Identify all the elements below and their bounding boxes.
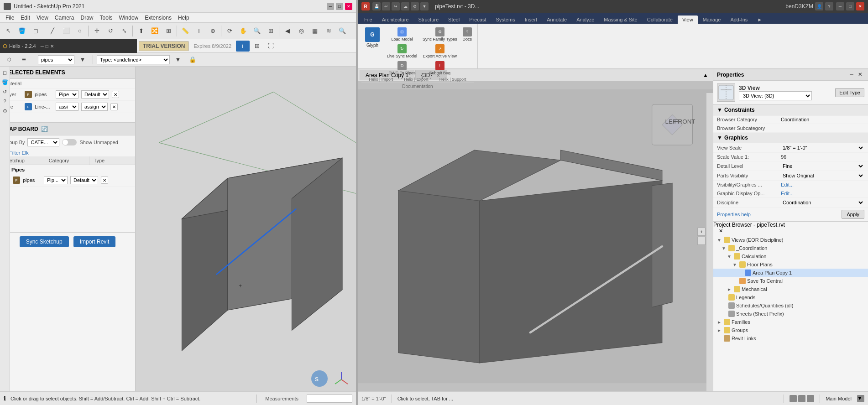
tb-text[interactable]: T <box>193 25 205 37</box>
side-paint[interactable]: 🪣 <box>1 78 9 86</box>
layer-btn[interactable]: ▼ <box>76 53 89 66</box>
helix-info-btn[interactable]: i <box>236 41 250 52</box>
parts-visibility-val[interactable]: Show Original <box>777 171 868 180</box>
layer-select[interactable]: pipes <box>38 55 74 64</box>
rv-tab-architecture[interactable]: Architecture <box>377 16 413 24</box>
browser-subcategory-input[interactable] <box>781 125 864 131</box>
filter-label[interactable]: Filter Elk <box>9 150 29 156</box>
rv-btn-live-sync[interactable]: ↻ Live Sync Model <box>385 43 419 59</box>
type-bar-helix[interactable]: ⬡ <box>3 53 16 66</box>
rv-qi-1[interactable]: 💾 <box>372 2 381 10</box>
su-viewport[interactable]: + <box>136 67 356 391</box>
rv-qi-5[interactable]: ⚙ <box>411 2 419 10</box>
menu-camera[interactable]: Camera <box>52 14 77 22</box>
rv-tab-massing[interactable]: Massing & Site <box>599 16 642 24</box>
pb-mechanical[interactable]: ► Mechanical <box>713 285 868 293</box>
pb-coordination[interactable]: ▼ _Coordination <box>713 244 868 252</box>
line-delete[interactable]: ✕ <box>110 103 118 110</box>
pipes-item-delete[interactable]: ✕ <box>101 177 108 184</box>
rv-tab-structure[interactable]: Structure <box>413 16 443 24</box>
su-close[interactable]: ✕ <box>345 3 352 10</box>
rv-tab-steel[interactable]: Steel <box>444 16 464 24</box>
tb-rect[interactable]: ⬜ <box>60 25 73 37</box>
helix-win-min[interactable]: ─ <box>41 44 44 49</box>
tb-select[interactable]: ↖ <box>2 25 15 37</box>
helix-tb1[interactable]: ⊞ <box>251 40 263 52</box>
tb-pushpull[interactable]: ⬆ <box>135 25 147 37</box>
tb-tape[interactable]: 📏 <box>179 25 192 37</box>
line-assign1-select[interactable]: assi <box>56 103 78 111</box>
rv-status-icon-1[interactable] <box>790 395 797 402</box>
parts-visibility-select[interactable]: Show Original <box>781 172 864 179</box>
rv-zoom-in[interactable]: + <box>697 228 706 236</box>
su-minimize[interactable]: ─ <box>327 3 334 10</box>
su-info-icon[interactable]: ℹ <box>4 395 6 402</box>
side-question[interactable]: ? <box>1 97 9 105</box>
tb-rotate[interactable]: ↺ <box>104 25 117 37</box>
layer-default-select[interactable]: Default <box>81 90 109 99</box>
rv-viewport[interactable]: LEFT FRONT <box>358 81 713 391</box>
layer-delete[interactable]: ✕ <box>112 91 119 98</box>
pb-save-central[interactable]: Save To Central <box>713 277 868 285</box>
graphic-display-val[interactable]: Edit... <box>777 189 868 197</box>
rv-zoom-out[interactable]: − <box>697 237 706 245</box>
browser-category-val[interactable] <box>777 115 868 124</box>
prop-close[interactable]: ✕ <box>858 72 864 78</box>
menu-view[interactable]: View <box>34 14 51 22</box>
view-scale-val[interactable]: 1/8" = 1'-0" <box>777 143 868 152</box>
discipline-val[interactable]: Coordination <box>777 198 868 207</box>
sync-sketchup-btn[interactable]: Sync Sketchup <box>20 236 69 247</box>
pipes-category-row[interactable]: ▼ Pipes <box>0 165 135 174</box>
tb-follow[interactable]: 🔀 <box>148 25 161 37</box>
rv-tab-manage[interactable]: Manage <box>698 16 726 24</box>
rv-close[interactable]: ✕ <box>856 2 864 10</box>
pb-schedules[interactable]: Schedules/Quantities (all) <box>713 301 868 310</box>
edit-type-btn[interactable]: Edit Type <box>835 88 864 97</box>
rv-btn-glyph[interactable]: G Glyph <box>361 26 383 50</box>
rv-btn-export-active[interactable]: ↗ Export Active View <box>421 43 459 59</box>
rv-help[interactable]: ? <box>825 2 833 10</box>
line-assign2-select[interactable]: assign <box>81 103 108 111</box>
rv-restore[interactable]: □ <box>846 2 854 10</box>
rv-tab-more[interactable]: ► <box>753 16 767 24</box>
rv-status-icon-3[interactable] <box>807 395 814 402</box>
pb-close[interactable]: ✕ <box>719 228 723 234</box>
rv-tab-addins[interactable]: Add-Ins <box>726 16 752 24</box>
menu-edit[interactable]: Edit <box>18 14 33 22</box>
pb-sheets[interactable]: Sheets (Sheet Prefix) <box>713 310 868 318</box>
type-btn[interactable]: ▼ <box>172 53 184 66</box>
rv-qi-6[interactable]: ▼ <box>420 2 429 10</box>
tb-more1[interactable]: ▦ <box>309 25 321 37</box>
split-divider[interactable] <box>356 0 358 405</box>
pb-views-root[interactable]: ▼ Views (EOR Discipline) <box>713 236 868 244</box>
side-rotate[interactable]: ↺ <box>1 88 9 96</box>
menu-tools[interactable]: Tools <box>97 14 115 22</box>
tb-erase[interactable]: ◻ <box>29 25 42 37</box>
rv-scroll[interactable] <box>706 93 713 391</box>
rv-tab-precast[interactable]: Precast <box>465 16 491 24</box>
view-scale-select[interactable]: 1/8" = 1'-0" <box>781 145 864 151</box>
menu-window[interactable]: Window <box>116 14 141 22</box>
rv-tab-annotate[interactable]: Annotate <box>542 16 571 24</box>
rv-tab-view[interactable]: View <box>678 16 698 24</box>
pb-families[interactable]: ► Families <box>713 318 868 326</box>
constraints-header[interactable]: ▼ Constraints <box>713 105 868 115</box>
vis-graphics-val[interactable]: Edit... <box>777 181 868 189</box>
side-gear[interactable]: ⚙ <box>1 107 9 115</box>
tb-axes[interactable]: ⊕ <box>206 25 219 37</box>
rv-minimize[interactable]: ─ <box>836 2 844 10</box>
layer-type-select[interactable]: Pipe <box>56 90 78 99</box>
rv-status-pin[interactable]: ▼ <box>857 395 864 402</box>
browser-subcategory-val[interactable] <box>777 124 868 132</box>
tb-scale[interactable]: ⤡ <box>118 25 131 37</box>
tb-line[interactable]: ╱ <box>46 25 59 37</box>
rv-qi-4[interactable]: ☁ <box>401 2 409 10</box>
prop-type-select[interactable]: 3D View: {3D} <box>739 91 812 100</box>
rv-btn-load-model[interactable]: ⊞ Load Model <box>385 26 419 42</box>
pb-legends[interactable]: Legends <box>713 293 868 301</box>
graphics-header[interactable]: ▼ Graphics <box>713 133 868 143</box>
rv-btn-submit-bug[interactable]: ! Submit Bug <box>421 60 459 76</box>
tb-offset[interactable]: ⊞ <box>162 25 175 37</box>
tb-more2[interactable]: ≋ <box>322 25 335 37</box>
rv-tab-insert[interactable]: Insert <box>520 16 542 24</box>
